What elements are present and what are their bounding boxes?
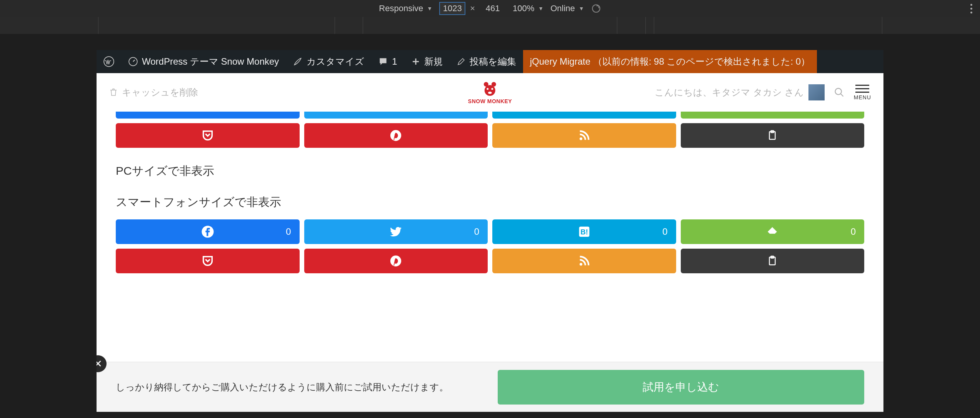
share-button-pocket[interactable] xyxy=(116,249,300,273)
site-logo[interactable]: SNOW MONKEY xyxy=(468,80,512,104)
svg-text:B!: B! xyxy=(580,228,588,236)
plus-icon xyxy=(411,57,420,66)
comments-count: 1 xyxy=(392,56,397,67)
greeting-text: こんにちは、キタジマ タカシ さん xyxy=(655,86,803,99)
logo-text: SNOW MONKEY xyxy=(468,98,512,104)
svg-point-5 xyxy=(485,85,495,96)
wp-logo-menu[interactable] xyxy=(97,50,121,73)
pinterest-icon xyxy=(389,129,402,142)
wp-admin-bar: WordPress テーマ Snow Monkey カスタマイズ 1 xyxy=(97,50,883,73)
share-button-pocket[interactable] xyxy=(116,123,300,148)
cache-delete-link[interactable]: キャッシュを削除 xyxy=(109,86,198,99)
chevron-down-icon: ▼ xyxy=(538,5,543,12)
share-button-feedly[interactable]: 0 xyxy=(681,219,865,244)
share-button-twitter[interactable]: 0 xyxy=(304,219,488,244)
share-button-facebook[interactable] xyxy=(116,112,300,119)
viewport-height-input[interactable] xyxy=(480,3,506,14)
svg-point-1 xyxy=(104,57,114,67)
hatena-icon: B! xyxy=(578,226,590,238)
svg-point-7 xyxy=(491,88,493,90)
zoom-label: 100% xyxy=(513,3,534,13)
more-options-button[interactable] xyxy=(970,4,972,13)
share-count: 0 xyxy=(851,226,856,237)
share-count: 0 xyxy=(474,226,479,237)
network-dropdown[interactable]: Online ▼ xyxy=(550,3,584,13)
share-button-hatena[interactable] xyxy=(492,112,676,119)
rss-icon xyxy=(578,254,591,268)
edit-post-link[interactable]: 投稿を編集 xyxy=(450,50,523,73)
pinterest-icon xyxy=(389,254,402,268)
svg-point-11 xyxy=(580,137,582,140)
edit-text: 投稿を編集 xyxy=(470,55,516,68)
jquery-migrate-notice[interactable]: jQuery Migrate （以前の情報: 98 このページで検出されました:… xyxy=(523,50,817,73)
share-count: 0 xyxy=(286,226,291,237)
rss-icon xyxy=(578,129,591,142)
share-button-pinterest[interactable] xyxy=(304,123,488,148)
share-button-pinterest[interactable] xyxy=(304,249,488,273)
page-viewport: WordPress テーマ Snow Monkey カスタマイズ 1 xyxy=(97,50,883,412)
monkey-icon xyxy=(482,80,498,97)
zoom-dropdown[interactable]: 100% ▼ xyxy=(513,3,543,13)
twitter-icon xyxy=(389,225,403,239)
jquery-text: jQuery Migrate （以前の情報: 98 このページで検出されました:… xyxy=(530,55,810,68)
menu-button[interactable]: MENU xyxy=(854,85,871,100)
comments-link[interactable]: 1 xyxy=(371,50,404,73)
site-header: キャッシュを削除 SNOW MONKEY こんにち xyxy=(97,73,883,112)
wordpress-icon xyxy=(103,56,114,67)
pocket-icon xyxy=(201,254,214,268)
share-button-rss[interactable] xyxy=(492,249,676,273)
rotate-button[interactable] xyxy=(591,3,601,13)
cta-label: 試用を申し込む xyxy=(643,380,719,395)
network-label: Online xyxy=(550,3,575,13)
new-content-link[interactable]: 新規 xyxy=(404,50,450,73)
close-icon: ✕ xyxy=(97,358,102,370)
svg-point-9 xyxy=(835,89,841,95)
pencil-icon xyxy=(457,57,466,66)
device-mode-dropdown[interactable]: Responsive ▼ xyxy=(379,3,432,13)
svg-point-8 xyxy=(488,92,492,94)
menu-label: MENU xyxy=(854,94,871,100)
clipboard-icon xyxy=(767,255,778,267)
share-button-twitter[interactable] xyxy=(304,112,488,119)
banner-text: しっかり納得してからご購入いただけるように購入前にご試用いただけます。 xyxy=(116,381,482,393)
section-label-sp-hidden: スマートフォンサイズで非表示 xyxy=(116,194,864,210)
section-label-pc-hidden: PCサイズで非表示 xyxy=(116,163,864,179)
brush-icon xyxy=(293,57,303,67)
search-icon[interactable] xyxy=(834,87,845,98)
svg-point-6 xyxy=(487,88,488,90)
site-name-link[interactable]: WordPress テーマ Snow Monkey xyxy=(121,50,286,73)
breakpoint-ruler[interactable] xyxy=(0,17,980,34)
avatar xyxy=(808,84,825,100)
clipboard-icon xyxy=(767,130,778,141)
share-button-rss[interactable] xyxy=(492,123,676,148)
device-viewport-container: WordPress テーマ Snow Monkey カスタマイズ 1 xyxy=(0,34,980,418)
share-button-copy[interactable] xyxy=(681,123,865,148)
user-greeting[interactable]: こんにちは、キタジマ タカシ さん xyxy=(655,84,824,100)
trial-cta-button[interactable]: 試用を申し込む xyxy=(498,370,864,405)
gauge-icon xyxy=(128,57,138,67)
trial-banner: ✕ しっかり納得してからご購入いただけるように購入前にご試用いただけます。 試用… xyxy=(97,362,883,412)
viewport-width-input[interactable] xyxy=(439,2,465,15)
share-count: 0 xyxy=(662,226,667,237)
customize-link[interactable]: カスタマイズ xyxy=(286,50,371,73)
trash-icon xyxy=(109,88,118,97)
device-mode-label: Responsive xyxy=(379,3,423,13)
main-content: PCサイズで非表示 スマートフォンサイズで非表示 0 0 B! 0 0 xyxy=(97,112,883,362)
dimension-separator: × xyxy=(470,3,475,13)
devtools-toolbar: Responsive ▼ × 100% ▼ Online ▼ xyxy=(0,0,980,17)
chevron-down-icon: ▼ xyxy=(579,5,584,12)
svg-point-18 xyxy=(580,263,582,266)
new-text: 新規 xyxy=(424,55,443,68)
hamburger-icon xyxy=(855,85,869,93)
feedly-icon xyxy=(766,226,778,238)
share-button-line[interactable] xyxy=(681,112,865,119)
rotate-icon xyxy=(591,3,601,13)
share-button-hatena[interactable]: B! 0 xyxy=(492,219,676,244)
facebook-icon xyxy=(201,225,214,238)
customize-text: カスタマイズ xyxy=(307,55,364,68)
chevron-down-icon: ▼ xyxy=(427,5,432,12)
share-button-copy[interactable] xyxy=(681,249,865,273)
pocket-icon xyxy=(201,129,214,142)
cache-delete-text: キャッシュを削除 xyxy=(122,86,198,99)
share-button-facebook[interactable]: 0 xyxy=(116,219,300,244)
